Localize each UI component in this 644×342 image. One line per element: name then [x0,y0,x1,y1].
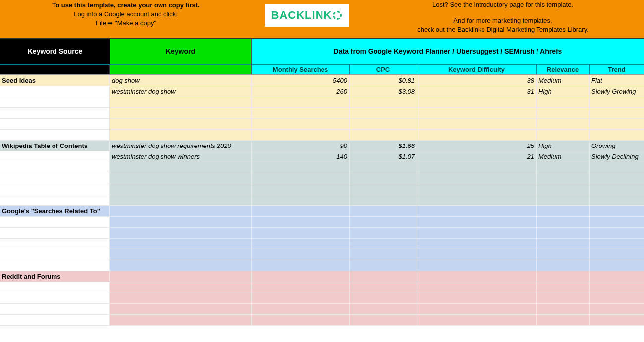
cpc-cell[interactable] [350,239,417,249]
cpc-cell[interactable] [350,97,417,107]
trend-cell[interactable] [590,97,644,107]
keyword-difficulty-cell[interactable] [417,173,537,184]
trend-cell[interactable] [590,260,644,271]
keyword-cell[interactable]: dog show [110,75,252,86]
source-cell[interactable] [0,217,110,227]
keyword-cell[interactable] [110,293,252,303]
relevance-cell[interactable] [537,97,590,107]
keyword-cell[interactable]: westminster dog show winners [110,151,252,162]
keyword-cell[interactable] [110,217,252,227]
relevance-cell[interactable] [537,304,590,314]
cpc-cell[interactable] [350,173,417,184]
col-header-keyword-source[interactable]: Keyword Source [0,39,110,64]
cpc-cell[interactable] [350,195,417,205]
trend-cell[interactable]: Growing [590,141,644,151]
keyword-difficulty-cell[interactable]: 21 [417,151,537,162]
cpc-cell[interactable] [350,162,417,173]
trend-cell[interactable] [590,119,644,129]
trend-cell[interactable] [590,130,644,140]
trend-cell[interactable] [590,239,644,249]
cpc-cell[interactable] [350,184,417,195]
keyword-difficulty-cell[interactable] [417,119,537,129]
relevance-cell[interactable] [537,195,590,205]
trend-cell[interactable] [590,271,644,282]
keyword-cell[interactable] [110,260,252,271]
relevance-cell[interactable] [537,217,590,227]
relevance-cell[interactable] [537,184,590,195]
monthly-searches-cell[interactable] [252,249,350,260]
monthly-searches-cell[interactable]: 5400 [252,75,350,86]
source-cell[interactable] [0,249,110,260]
relevance-cell[interactable] [537,260,590,271]
keyword-cell[interactable] [110,108,252,118]
source-cell[interactable] [0,195,110,205]
relevance-cell[interactable] [537,315,590,325]
source-cell[interactable]: Google's "Searches Related To" [0,206,110,216]
relevance-cell[interactable] [537,249,590,260]
col-header-cpc[interactable]: CPC [350,65,417,74]
cpc-cell[interactable] [350,249,417,260]
trend-cell[interactable] [590,217,644,227]
cpc-cell[interactable]: $1.07 [350,151,417,162]
relevance-cell[interactable] [537,108,590,118]
keyword-cell[interactable] [110,239,252,249]
monthly-searches-cell[interactable] [252,130,350,140]
keyword-cell[interactable] [110,271,252,282]
cpc-cell[interactable] [350,304,417,314]
relevance-cell[interactable]: Medium [537,151,590,162]
keyword-cell[interactable] [110,282,252,293]
monthly-searches-cell[interactable] [252,260,350,271]
trend-cell[interactable] [590,108,644,118]
keyword-difficulty-cell[interactable] [417,228,537,238]
keyword-cell[interactable] [110,315,252,325]
keyword-difficulty-cell[interactable] [417,304,537,314]
keyword-cell[interactable] [110,206,252,216]
trend-cell[interactable] [590,173,644,184]
keyword-difficulty-cell[interactable] [417,282,537,293]
relevance-cell[interactable] [537,206,590,216]
keyword-difficulty-cell[interactable] [417,195,537,205]
trend-cell[interactable] [590,228,644,238]
relevance-cell[interactable] [537,130,590,140]
relevance-cell[interactable] [537,228,590,238]
keyword-cell[interactable] [110,184,252,195]
monthly-searches-cell[interactable] [252,173,350,184]
source-cell[interactable] [0,293,110,303]
trend-cell[interactable] [590,195,644,205]
monthly-searches-cell[interactable] [252,239,350,249]
keyword-cell[interactable] [110,119,252,129]
monthly-searches-cell[interactable]: 260 [252,86,350,97]
monthly-searches-cell[interactable] [252,97,350,107]
monthly-searches-cell[interactable] [252,108,350,118]
col-header-keyword-difficulty[interactable]: Keyword Difficulty [417,65,537,74]
monthly-searches-cell[interactable] [252,184,350,195]
col-header-trend[interactable]: Trend [590,65,644,74]
source-cell[interactable] [0,162,110,173]
relevance-cell[interactable] [537,293,590,303]
cpc-cell[interactable] [350,217,417,227]
relevance-cell[interactable] [537,282,590,293]
keyword-difficulty-cell[interactable] [417,108,537,118]
keyword-difficulty-cell[interactable]: 38 [417,75,537,86]
cpc-cell[interactable] [350,130,417,140]
cpc-cell[interactable]: $3.08 [350,86,417,97]
relevance-cell[interactable] [537,162,590,173]
relevance-cell[interactable]: High [537,86,590,97]
cpc-cell[interactable]: $0.81 [350,75,417,86]
source-cell[interactable]: Wikipedia Table of Contents [0,141,110,151]
trend-cell[interactable] [590,293,644,303]
monthly-searches-cell[interactable]: 140 [252,151,350,162]
keyword-difficulty-cell[interactable] [417,260,537,271]
keyword-difficulty-cell[interactable]: 31 [417,86,537,97]
trend-cell[interactable] [590,304,644,314]
source-cell[interactable] [0,130,110,140]
source-cell[interactable] [0,315,110,325]
cpc-cell[interactable] [350,206,417,216]
cpc-cell[interactable] [350,271,417,282]
cpc-cell[interactable] [350,228,417,238]
source-cell[interactable] [0,151,110,162]
relevance-cell[interactable]: Medium [537,75,590,86]
cpc-cell[interactable] [350,315,417,325]
trend-cell[interactable]: Slowly Growing [590,86,644,97]
keyword-difficulty-cell[interactable] [417,206,537,216]
